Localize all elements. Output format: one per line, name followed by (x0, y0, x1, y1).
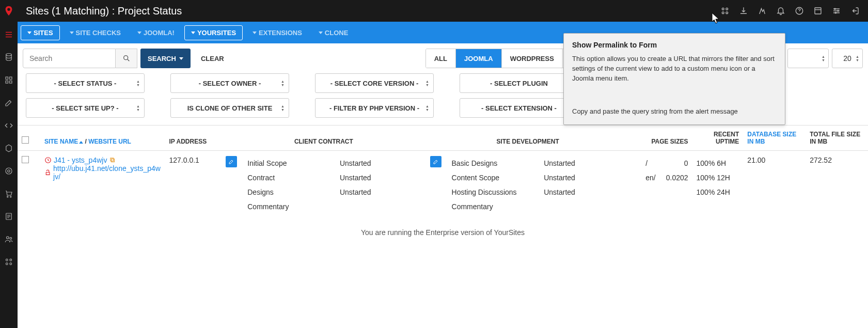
help-icon[interactable] (792, 3, 807, 19)
dev-commentary-label: Commentary (452, 199, 534, 214)
svg-point-0 (722, 8, 724, 10)
svg-rect-11 (10, 77, 12, 80)
tab-extensions[interactable]: EXTENSIONS (246, 25, 309, 40)
col-totalfile[interactable]: TOTAL FILE SIZE IN MB (806, 126, 868, 151)
tooltip-foot: Copy and paste the query string from the… (572, 107, 777, 115)
tab-extensions-label: EXTENSIONS (259, 29, 302, 37)
results-table: SITE NAME / WEBSITE URL IP ADDRESS CLIEN… (18, 125, 868, 219)
rail-joomla-icon[interactable] (2, 255, 15, 269)
col-ip[interactable]: IP ADDRESS (165, 126, 222, 151)
rail-code-icon[interactable] (2, 119, 15, 132)
rail-grid-icon[interactable] (2, 73, 15, 87)
clock-icon (44, 157, 52, 164)
svg-rect-12 (6, 81, 8, 84)
logout-icon[interactable] (847, 3, 863, 19)
uptime-12h: 100% 12H (697, 170, 739, 185)
rail-list-icon[interactable] (2, 28, 15, 41)
svg-point-22 (10, 259, 12, 261)
svg-point-25 (123, 56, 128, 60)
edit-dev-button[interactable] (430, 156, 441, 167)
tooltip-title: Show Permalink to Form (572, 41, 777, 49)
seg-all[interactable]: ALL (426, 49, 455, 68)
col-uptime[interactable]: RECENT UPTIME (692, 126, 744, 151)
site-url-link[interactable]: http://ubu.j41.net/clone_ysts_p4wjv/ (53, 164, 161, 181)
col-dev[interactable]: SITE DEVELOPMENT (426, 126, 630, 151)
svg-point-6 (834, 8, 835, 9)
download-icon[interactable] (736, 3, 751, 19)
search-button[interactable]: SEARCH (140, 49, 191, 68)
permalink-icon[interactable] (754, 3, 770, 19)
rail-hex-icon[interactable] (2, 142, 15, 155)
tooltip-body: This option allows you to create a URL t… (572, 54, 777, 84)
filter-owner[interactable]: - SELECT OWNER -▲▼ (170, 73, 289, 93)
svg-point-3 (726, 12, 728, 14)
rail-edit-icon[interactable] (2, 96, 15, 110)
svg-point-23 (6, 263, 8, 265)
dev-hosting-label: Hosting Discussions (452, 185, 534, 199)
dev-scope-status: Unstarted (544, 170, 626, 185)
svg-point-20 (10, 238, 12, 240)
col-sitename[interactable]: SITE NAME / WEBSITE URL (40, 126, 165, 151)
col-contract[interactable]: CLIENT CONTRACT (222, 126, 425, 151)
select-all-checkbox[interactable] (22, 136, 29, 144)
svg-point-21 (6, 259, 8, 261)
rail-target-icon[interactable] (2, 164, 15, 178)
sort-select[interactable]: ▲▼ (787, 49, 829, 68)
clear-button[interactable]: CLEAR (194, 49, 231, 68)
pagesize-val-1: 0 (666, 156, 688, 170)
page-size-select[interactable]: 20▲▼ (832, 49, 863, 68)
filter-plugin[interactable]: - SELECT PLUGIN (460, 73, 578, 93)
results-table-wrap: SITE NAME / WEBSITE URL IP ADDRESS CLIEN… (18, 125, 868, 328)
rail-database-icon[interactable] (2, 51, 15, 64)
pagesize-path-2: en/ (645, 170, 655, 185)
tab-site-checks-label: SITE CHECKS (76, 29, 121, 37)
seg-joomla[interactable]: JOOMLA (455, 49, 501, 68)
svg-point-8 (835, 12, 836, 13)
rail-cart-icon[interactable] (2, 187, 15, 200)
tab-joomla[interactable]: JOOMLA! (131, 25, 181, 40)
search-icon-button[interactable] (116, 49, 137, 68)
svg-point-7 (838, 10, 839, 11)
filter-extension[interactable]: - SELECT EXTENSION -▲▼ (460, 98, 578, 118)
svg-rect-13 (10, 81, 12, 84)
app-logo (2, 5, 15, 17)
joomla-icon[interactable] (717, 3, 733, 19)
filter-php[interactable]: - FILTER BY PHP VERSION -▲▼ (315, 98, 434, 118)
filter-core-version[interactable]: - SELECT CORE VERSION -▲▼ (315, 73, 434, 93)
search-input[interactable] (23, 49, 116, 68)
rail-doc-icon[interactable] (2, 210, 15, 223)
filter-status[interactable]: - SELECT STATUS -▲▼ (26, 73, 145, 93)
filter-site-up[interactable]: - SELECT SITE UP? -▲▼ (26, 98, 145, 118)
dev-basic-status: Unstarted (544, 156, 626, 170)
contract-designs-label: Designs (247, 185, 329, 199)
left-rail (0, 22, 18, 328)
footer-note: You are running the Enterprise version o… (18, 219, 868, 252)
dev-basic-label: Basic Designs (452, 156, 534, 170)
table-row: J41 - ysts_p4wjv http://ubu.j41.net/clon… (18, 151, 868, 220)
tab-site-checks[interactable]: SITE CHECKS (63, 25, 128, 40)
panel-icon[interactable] (810, 3, 826, 19)
seg-wordpress[interactable]: WORDPRESS (501, 49, 562, 68)
rail-users-icon[interactable] (2, 232, 15, 246)
site-name-link[interactable]: J41 - ysts_p4wjv (54, 156, 107, 164)
svg-rect-27 (112, 159, 115, 162)
sort-asc-icon (79, 141, 83, 144)
filter-clone[interactable]: IS CLONE OF OTHER SITE▲▼ (170, 98, 289, 118)
bell-icon[interactable] (773, 3, 788, 19)
svg-point-24 (10, 263, 12, 265)
row-checkbox[interactable] (22, 156, 29, 163)
pagesize-path-1: / (645, 156, 655, 170)
col-pagesizes[interactable]: PAGE SIZES (630, 126, 692, 151)
sliders-icon[interactable] (829, 3, 844, 19)
permalink-tooltip: Show Permalink to Form This option allow… (563, 33, 785, 125)
tab-clone-label: CLONE (325, 29, 349, 37)
col-dbsize[interactable]: DATABASE SIZE IN MB (743, 126, 806, 151)
tab-yoursites[interactable]: YOURSITES (184, 25, 243, 40)
cell-totalfile: 272.52 (806, 151, 868, 220)
uptime-6h: 100% 6H (697, 156, 739, 170)
edit-contract-button[interactable] (226, 156, 237, 167)
page-size-value: 20 (843, 54, 851, 63)
header-icon-group (717, 3, 863, 19)
tab-clone[interactable]: CLONE (312, 25, 355, 40)
tab-sites[interactable]: SITES (21, 25, 60, 40)
